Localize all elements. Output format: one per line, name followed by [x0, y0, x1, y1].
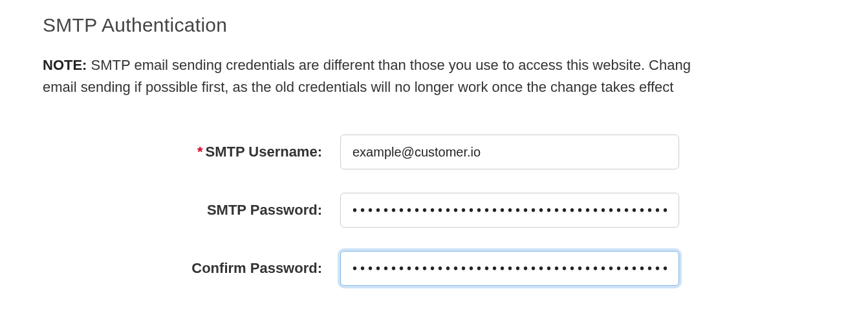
input-cell-password	[340, 193, 679, 228]
note-text: NOTE: SMTP email sending credentials are…	[43, 54, 868, 98]
smtp-username-input[interactable]	[340, 135, 679, 169]
required-asterisk: *	[197, 144, 203, 160]
input-cell-confirm	[340, 251, 679, 286]
section-title: SMTP Authentication	[43, 14, 868, 36]
label-smtp-username: *SMTP Username:	[43, 144, 340, 160]
smtp-auth-form: *SMTP Username: SMTP Password: Confirm P…	[43, 135, 868, 286]
smtp-password-input[interactable]	[340, 193, 679, 228]
label-smtp-password: SMTP Password:	[43, 202, 340, 219]
confirm-password-input[interactable]	[340, 251, 679, 286]
note-label: NOTE:	[43, 57, 87, 73]
note-line-1: SMTP email sending credentials are diffe…	[87, 57, 691, 73]
note-line-2: email sending if possible first, as the …	[43, 79, 673, 95]
input-cell-username	[340, 135, 679, 169]
row-smtp-password: SMTP Password:	[43, 193, 868, 228]
row-smtp-username: *SMTP Username:	[43, 135, 868, 169]
label-smtp-username-text: SMTP Username:	[205, 144, 322, 160]
label-confirm-password: Confirm Password:	[43, 260, 340, 277]
row-confirm-password: Confirm Password:	[43, 251, 868, 286]
